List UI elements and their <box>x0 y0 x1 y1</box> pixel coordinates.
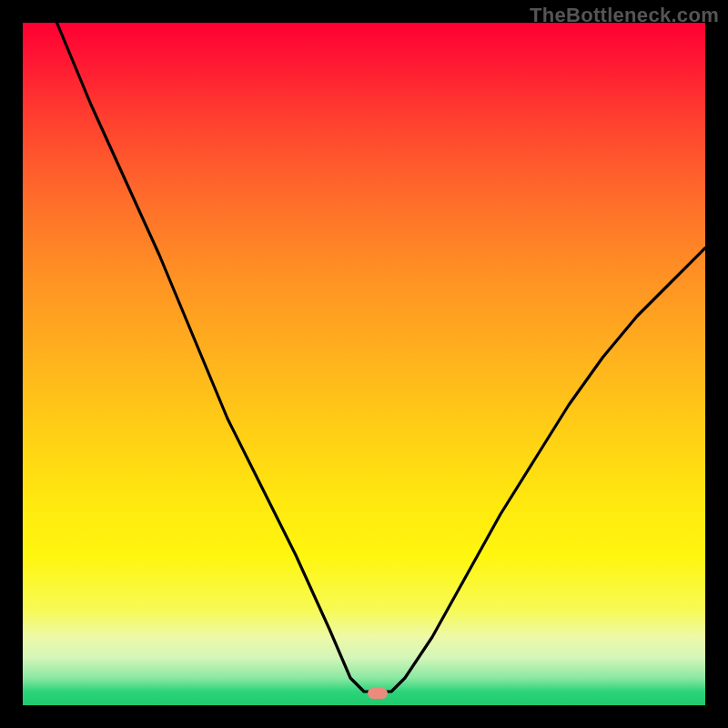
plot-area <box>23 23 705 705</box>
bottleneck-marker <box>368 688 388 699</box>
curve-line <box>23 23 705 705</box>
chart-frame: TheBottleneck.com <box>0 0 728 728</box>
watermark-text: TheBottleneck.com <box>530 4 719 27</box>
